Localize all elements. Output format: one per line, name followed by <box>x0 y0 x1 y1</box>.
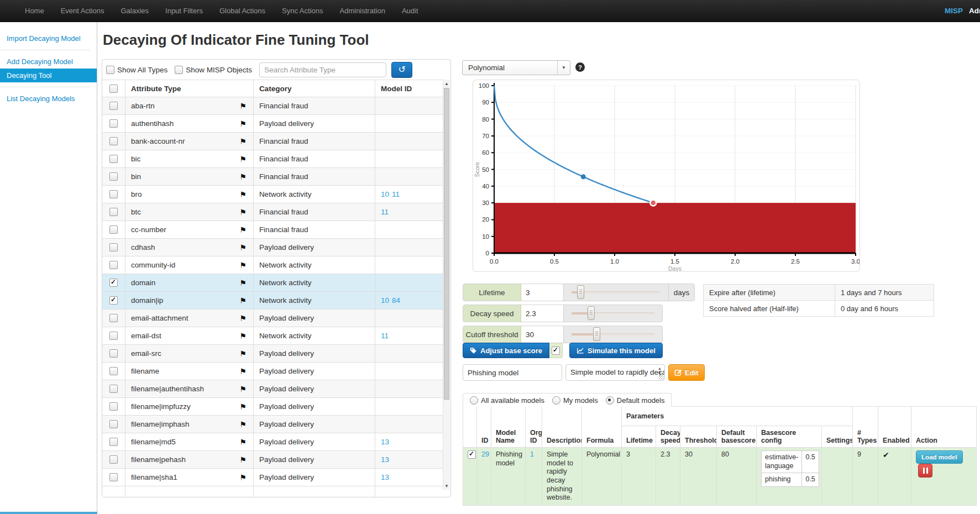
edit-model-button[interactable]: Edit <box>668 364 705 381</box>
row-checkbox[interactable] <box>109 119 118 128</box>
row-checkbox[interactable] <box>109 261 118 269</box>
nav-item-home[interactable]: Home <box>17 0 53 22</box>
load-model-button[interactable]: Load model <box>916 450 963 464</box>
sidebar-item-import-decaying-model[interactable]: Import Decaying Model <box>0 32 97 45</box>
row-checkbox[interactable] <box>109 402 118 411</box>
category-label: Payload delivery <box>253 380 375 398</box>
model-id-link[interactable]: 13 <box>381 455 389 464</box>
category-label: Financial fraud <box>253 203 375 221</box>
refresh-button[interactable]: ↺ <box>391 62 412 78</box>
nav-item-global-actions[interactable]: Global Actions <box>211 0 274 22</box>
row-checkbox[interactable] <box>109 208 118 216</box>
model-id-link[interactable]: 29 <box>481 450 489 458</box>
show-misp-objects-checkbox[interactable] <box>175 66 183 74</box>
pause-model-button[interactable] <box>918 464 932 478</box>
lifetime-slider-handle[interactable] <box>577 285 584 299</box>
adjust-base-score-button[interactable]: Adjust base score <box>463 343 549 358</box>
scroll-down-icon[interactable]: ▼ <box>443 482 450 490</box>
scroll-up-icon[interactable]: ▲ <box>443 80 450 87</box>
formula-select[interactable]: Polynomial ▼ <box>462 60 570 75</box>
row-checkbox[interactable] <box>109 314 118 322</box>
cutoff-threshold-input[interactable] <box>521 326 564 343</box>
model-id-link[interactable]: 11 <box>392 190 400 198</box>
category-label: Network activity <box>253 256 375 274</box>
cutoff-threshold-slider-handle[interactable] <box>593 327 600 341</box>
adjust-base-score-checkbox[interactable] <box>552 347 560 355</box>
row-checkbox[interactable] <box>109 455 118 464</box>
attribute-type-label: cdhash <box>131 243 155 251</box>
row-checkbox[interactable] <box>109 367 118 375</box>
nav-item-galaxies[interactable]: Galaxies <box>112 0 157 22</box>
help-icon[interactable]: ? <box>575 62 585 72</box>
cutoff-threshold-slider[interactable] <box>572 326 654 343</box>
row-checkbox[interactable] <box>109 137 118 145</box>
search-attribute-input[interactable] <box>259 62 386 77</box>
resize-grip-icon[interactable] <box>659 375 664 380</box>
show-all-types-checkbox[interactable] <box>106 66 114 74</box>
model-id-link[interactable]: 10 <box>381 296 389 305</box>
sidebar-item-add-decaying-model[interactable]: Add Decaying Model <box>0 55 97 69</box>
flag-icon: ⚑ <box>239 155 247 164</box>
models-header-org-id: Org ID <box>526 407 542 448</box>
radio-option-all-available-models[interactable]: All available models <box>470 396 544 405</box>
decay-speed-input[interactable] <box>521 305 564 322</box>
row-checkbox[interactable] <box>109 225 118 234</box>
attribute-table-scrollbar[interactable]: ▲ ▼ <box>443 80 450 490</box>
radio-option-my-models[interactable]: My models <box>552 396 598 405</box>
model-id-link[interactable]: 11 <box>381 208 389 216</box>
chevron-down-icon: ▼ <box>557 61 570 75</box>
navbar-user-link[interactable]: Admin <box>969 0 980 22</box>
row-checkbox[interactable] <box>109 172 118 181</box>
lifetime-input[interactable] <box>521 284 564 301</box>
sidebar-item-list-decaying-models[interactable]: List Decaying Models <box>0 92 97 106</box>
radio-icon[interactable] <box>606 396 614 405</box>
row-checkbox[interactable] <box>109 279 118 287</box>
nav-item-sync-actions[interactable]: Sync Actions <box>274 0 331 22</box>
category-label: Payload delivery <box>253 363 375 380</box>
row-checkbox[interactable] <box>109 349 118 358</box>
nav-item-event-actions[interactable]: Event Actions <box>53 0 113 22</box>
radio-icon[interactable] <box>470 396 478 405</box>
decay-speed-slider[interactable] <box>572 305 654 322</box>
row-checkbox[interactable] <box>109 102 118 110</box>
model-id-link[interactable]: 13 <box>381 438 389 446</box>
row-checkbox[interactable] <box>109 190 118 198</box>
textarea-scroll-icons[interactable]: ▲▼ <box>656 366 663 375</box>
row-checkbox[interactable] <box>109 420 118 428</box>
model-row-checkbox[interactable] <box>468 450 476 459</box>
svg-text:0: 0 <box>486 250 489 256</box>
sidebar-item-decaying-tool[interactable]: Decaying Tool <box>0 69 97 82</box>
row-checkbox[interactable] <box>109 385 118 393</box>
radio-label: All available models <box>481 396 544 405</box>
scrollbar-thumb[interactable] <box>444 88 449 400</box>
attribute-type-label: aba-rtn <box>131 102 155 110</box>
row-checkbox[interactable] <box>109 243 118 251</box>
model-id-link[interactable]: 10 <box>381 190 389 198</box>
simulate-model-button[interactable]: Simulate this model <box>569 343 663 358</box>
navbar-menu: HomeEvent ActionsGalaxiesInput FiltersGl… <box>0 0 980 22</box>
radio-option-default-models[interactable]: Default models <box>606 396 665 405</box>
nav-item-audit[interactable]: Audit <box>394 0 427 22</box>
model-id-link[interactable]: 84 <box>392 296 400 305</box>
lifetime-slider[interactable] <box>572 284 661 301</box>
pause-icon <box>923 468 925 474</box>
simulate-model-label: Simulate this model <box>588 347 656 355</box>
select-all-checkbox[interactable] <box>109 85 118 93</box>
model-name-input[interactable] <box>463 364 562 381</box>
row-checkbox[interactable] <box>109 438 118 446</box>
nav-item-administration[interactable]: Administration <box>332 0 394 22</box>
attribute-type-label: authentihash <box>131 119 174 128</box>
row-checkbox[interactable] <box>109 296 118 305</box>
radio-icon[interactable] <box>552 396 560 405</box>
org-id-link[interactable]: 1 <box>530 450 534 458</box>
row-checkbox[interactable] <box>109 155 118 163</box>
model-description-textarea[interactable]: Simple model to rapidly decay ▲▼ <box>565 364 665 381</box>
navbar-brand[interactable]: MISP <box>945 0 963 22</box>
row-checkbox[interactable] <box>109 473 118 481</box>
model-id-link[interactable]: 11 <box>381 332 389 340</box>
row-checkbox[interactable] <box>109 332 118 340</box>
model-id-link[interactable]: 13 <box>381 473 389 481</box>
model-enabled-cell: ✔ <box>878 448 911 506</box>
decay-speed-slider-handle[interactable] <box>588 306 595 320</box>
nav-item-input-filters[interactable]: Input Filters <box>157 0 211 22</box>
